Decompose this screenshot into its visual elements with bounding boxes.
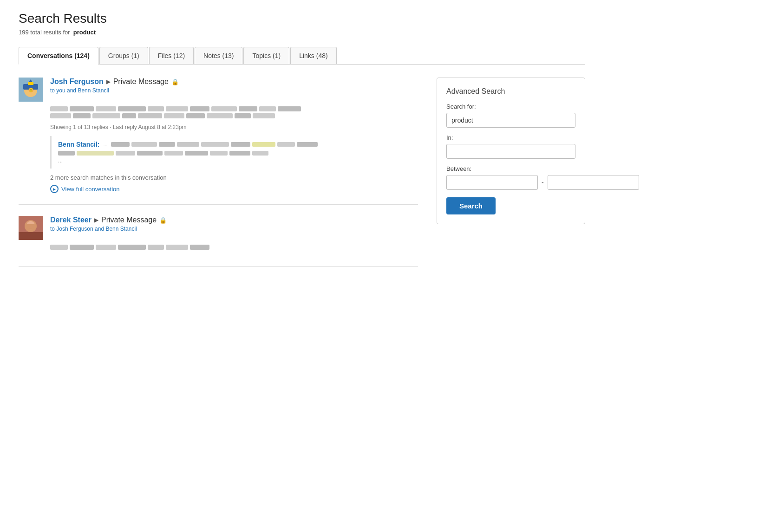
tab-links[interactable]: Links (48) <box>290 47 336 64</box>
tab-groups[interactable]: Groups (1) <box>99 47 148 64</box>
reply-sender[interactable]: Benn Stancil: <box>58 141 99 148</box>
result-header: 😊 Josh Ferguson ▶ Private Message 🔒 to y… <box>19 78 418 102</box>
tab-files[interactable]: Files (12) <box>149 47 194 64</box>
result-title-area: Josh Ferguson ▶ Private Message 🔒 to you… <box>50 78 179 94</box>
sidebar-column: Advanced Search Search for: In: Between:… <box>437 78 585 278</box>
tabs-bar: Conversations (124) Groups (1) Files (12… <box>19 47 585 65</box>
more-matches: 2 more search matches in this conversati… <box>50 174 418 181</box>
tab-conversations[interactable]: Conversations (124) <box>19 47 98 65</box>
advanced-search-title: Advanced Search <box>446 87 575 96</box>
search-for-input[interactable] <box>446 113 575 128</box>
between-label: Between: <box>446 165 575 172</box>
results-query: product <box>73 29 96 36</box>
tab-topics[interactable]: Topics (1) <box>243 47 289 64</box>
svg-rect-10 <box>26 224 35 229</box>
result-type: Private Message <box>113 78 169 86</box>
results-count-prefix: 199 total results for <box>19 29 70 36</box>
svg-text:😊: 😊 <box>28 87 34 93</box>
view-conversation-label: View full conversation <box>61 186 120 193</box>
in-label: In: <box>446 134 575 141</box>
result-header: Derek Steer ▶ Private Message 🔒 to Josh … <box>19 216 418 240</box>
lock-icon: 🔒 <box>171 78 179 85</box>
advanced-search-panel: Advanced Search Search for: In: Between:… <box>437 78 585 224</box>
page-title: Search Results <box>19 11 585 26</box>
result-item: Derek Steer ▶ Private Message 🔒 to Josh … <box>19 216 418 267</box>
results-column: 😊 Josh Ferguson ▶ Private Message 🔒 to y… <box>19 78 418 278</box>
result-sender[interactable]: Josh Ferguson <box>50 78 104 86</box>
result-type: Private Message <box>101 216 157 224</box>
svg-rect-4 <box>28 82 33 85</box>
result-title-area: Derek Steer ▶ Private Message 🔒 to Josh … <box>50 216 167 232</box>
result-subtitle: to Josh Ferguson and Benn Stancil <box>50 226 167 232</box>
view-full-conversation-link[interactable]: ► View full conversation <box>50 185 418 193</box>
arrow-circle-icon: ► <box>50 185 59 193</box>
lock-icon: 🔒 <box>159 217 167 224</box>
content-preview-area <box>50 106 418 118</box>
reply-block: Benn Stancil: ... <box>50 136 418 169</box>
reply-count: Showing 1 of 13 replies · Last reply Aug… <box>50 124 418 130</box>
result-subtitle: to you and Benn Stancil <box>50 87 179 94</box>
search-button[interactable]: Search <box>446 197 496 214</box>
between-row: - <box>446 175 575 190</box>
result-title: Derek Steer ▶ Private Message 🔒 <box>50 216 167 224</box>
between-from-input[interactable] <box>446 175 538 190</box>
avatar: 😊 <box>19 78 43 102</box>
result-arrow: ▶ <box>106 78 111 85</box>
result-item: 😊 Josh Ferguson ▶ Private Message 🔒 to y… <box>19 78 418 205</box>
result-title: Josh Ferguson ▶ Private Message 🔒 <box>50 78 179 86</box>
between-dash: - <box>542 179 544 186</box>
content-preview-area <box>50 245 418 250</box>
main-layout: 😊 Josh Ferguson ▶ Private Message 🔒 to y… <box>19 78 585 278</box>
search-for-label: Search for: <box>446 103 575 110</box>
between-to-input[interactable] <box>548 175 639 190</box>
in-input[interactable] <box>446 144 575 159</box>
svg-rect-8 <box>19 232 43 240</box>
tab-notes[interactable]: Notes (13) <box>195 47 242 64</box>
result-sender[interactable]: Derek Steer <box>50 216 91 224</box>
result-arrow: ▶ <box>94 217 98 223</box>
avatar <box>19 216 43 240</box>
results-summary: 199 total results for product <box>19 29 585 36</box>
